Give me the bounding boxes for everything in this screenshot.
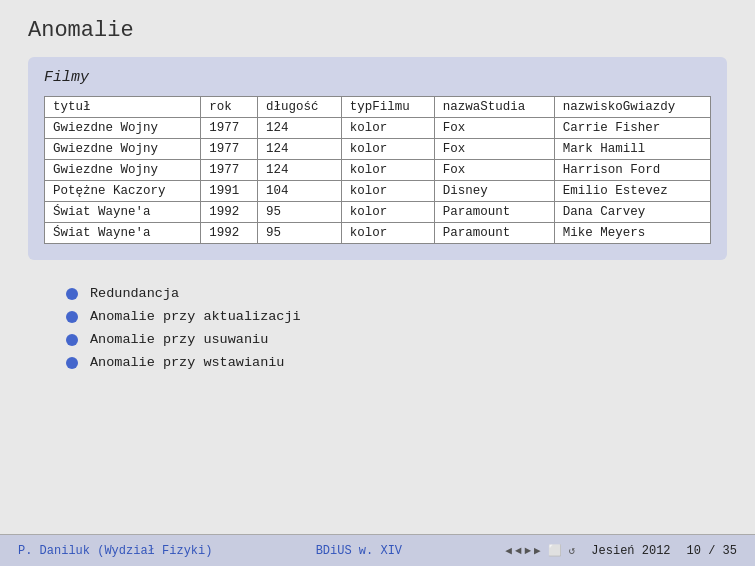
list-item: Anomalie przy aktualizacji: [66, 309, 699, 324]
table-cell: 1977: [201, 139, 258, 160]
table-cell: Mike Meyers: [554, 223, 710, 244]
list-item: Redundancja: [66, 286, 699, 301]
table-cell: Paramount: [434, 202, 554, 223]
list-item: Anomalie przy wstawianiu: [66, 355, 699, 370]
nav-arrow-right2[interactable]: ▶: [534, 544, 541, 557]
bullet-icon: [66, 357, 78, 369]
table-cell: Świat Wayne'a: [45, 223, 201, 244]
page-title: Anomalie: [28, 18, 727, 43]
table-cell: kolor: [341, 181, 434, 202]
table-cell: Disney: [434, 181, 554, 202]
nav-icons: ◀ ◄ ► ▶ ⬜ ↺: [505, 544, 575, 557]
table-cell: Fox: [434, 139, 554, 160]
table-cell: kolor: [341, 160, 434, 181]
bullet-list: RedundancjaAnomalie przy aktualizacjiAno…: [28, 278, 727, 388]
filmy-table: tytułrokdługośćtypFilmunazwaStudianazwis…: [44, 96, 711, 244]
table-row: Gwiezdne Wojny1977124kolorFoxHarrison Fo…: [45, 160, 711, 181]
list-item-label: Anomalie przy usuwaniu: [90, 332, 268, 347]
table-row: Gwiezdne Wojny1977124kolorFoxMark Hamill: [45, 139, 711, 160]
table-header-row: tytułrokdługośćtypFilmunazwaStudianazwis…: [45, 97, 711, 118]
table-cell: 95: [257, 223, 341, 244]
footer-left: P. Daniluk (Wydział Fizyki): [18, 544, 212, 558]
table-cell: Potężne Kaczory: [45, 181, 201, 202]
list-item: Anomalie przy usuwaniu: [66, 332, 699, 347]
filmy-title: Filmy: [44, 69, 711, 86]
bullet-icon: [66, 311, 78, 323]
table-row: Gwiezdne Wojny1977124kolorFoxCarrie Fish…: [45, 118, 711, 139]
table-cell: 1977: [201, 118, 258, 139]
table-cell: 124: [257, 160, 341, 181]
table-cell: kolor: [341, 223, 434, 244]
table-header-cell: nazwaStudia: [434, 97, 554, 118]
table-cell: Gwiezdne Wojny: [45, 139, 201, 160]
main-content: Anomalie Filmy tytułrokdługośćtypFilmuna…: [0, 0, 755, 398]
table-cell: 1992: [201, 223, 258, 244]
nav-separator: ⬜: [548, 544, 562, 557]
list-item-label: Anomalie przy wstawianiu: [90, 355, 284, 370]
table-cell: 1991: [201, 181, 258, 202]
footer-date: Jesień 2012: [591, 544, 670, 558]
table-cell: 1977: [201, 160, 258, 181]
nav-arrow-left[interactable]: ◀: [505, 544, 512, 557]
table-cell: Paramount: [434, 223, 554, 244]
table-cell: 124: [257, 139, 341, 160]
table-row: Potężne Kaczory1991104kolorDisneyEmilio …: [45, 181, 711, 202]
nav-refresh[interactable]: ↺: [569, 544, 576, 557]
table-cell: Harrison Ford: [554, 160, 710, 181]
table-cell: Świat Wayne'a: [45, 202, 201, 223]
footer: P. Daniluk (Wydział Fizyki) BDiUS w. XIV…: [0, 534, 755, 566]
table-cell: 95: [257, 202, 341, 223]
bullet-icon: [66, 334, 78, 346]
table-row: Świat Wayne'a199295kolorParamountDana Ca…: [45, 202, 711, 223]
table-cell: Dana Carvey: [554, 202, 710, 223]
table-header-cell: rok: [201, 97, 258, 118]
table-header-cell: długość: [257, 97, 341, 118]
list-item-label: Anomalie przy aktualizacji: [90, 309, 301, 324]
table-header-cell: typFilmu: [341, 97, 434, 118]
bullet-icon: [66, 288, 78, 300]
table-header-cell: tytuł: [45, 97, 201, 118]
footer-center: BDiUS w. XIV: [316, 544, 402, 558]
nav-arrow-left2[interactable]: ◄: [515, 545, 522, 557]
table-cell: 1992: [201, 202, 258, 223]
footer-right: ◀ ◄ ► ▶ ⬜ ↺ Jesień 2012 10 / 35: [505, 544, 737, 558]
filmy-section: Filmy tytułrokdługośćtypFilmunazwaStudia…: [28, 57, 727, 260]
table-cell: Fox: [434, 118, 554, 139]
table-header-cell: nazwiskoGwiazdy: [554, 97, 710, 118]
table-cell: 104: [257, 181, 341, 202]
table-cell: Gwiezdne Wojny: [45, 118, 201, 139]
table-cell: Emilio Estevez: [554, 181, 710, 202]
table-cell: kolor: [341, 202, 434, 223]
footer-page: 10 / 35: [687, 544, 737, 558]
table-cell: Gwiezdne Wojny: [45, 160, 201, 181]
table-cell: kolor: [341, 118, 434, 139]
nav-arrow-right[interactable]: ►: [525, 545, 532, 557]
table-cell: Carrie Fisher: [554, 118, 710, 139]
table-row: Świat Wayne'a199295kolorParamountMike Me…: [45, 223, 711, 244]
table-cell: Fox: [434, 160, 554, 181]
table-cell: 124: [257, 118, 341, 139]
list-item-label: Redundancja: [90, 286, 179, 301]
table-cell: kolor: [341, 139, 434, 160]
table-cell: Mark Hamill: [554, 139, 710, 160]
